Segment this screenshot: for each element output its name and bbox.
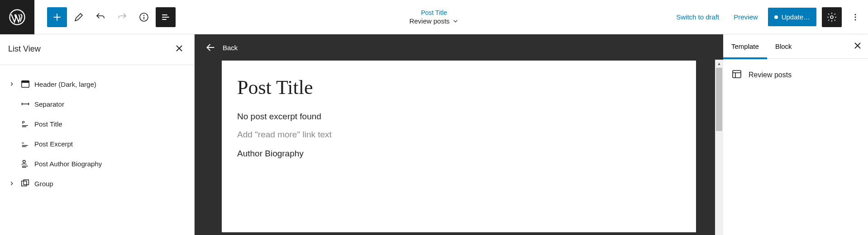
template-name-label: Review posts <box>409 17 449 25</box>
svg-point-2 <box>143 14 144 15</box>
group-block-icon <box>20 179 31 188</box>
inspector-panel: Template Block Review posts <box>723 34 868 235</box>
scroll-up-arrow-icon[interactable]: ▲ <box>715 60 723 68</box>
inspector-body: Review posts <box>723 59 868 91</box>
author-bio-block-icon <box>20 159 31 169</box>
undo-button[interactable] <box>91 7 110 27</box>
add-block-button[interactable] <box>47 7 67 27</box>
canvas-page[interactable]: Post Title No post excerpt found Add "re… <box>222 61 696 232</box>
svg-text:,,: ,, <box>22 139 24 144</box>
tree-item-separator[interactable]: Separator <box>4 94 191 114</box>
svg-text:P: P <box>22 120 25 125</box>
document-title-link[interactable]: Post Title <box>409 9 458 16</box>
close-icon <box>853 41 863 51</box>
chevron-right-icon[interactable] <box>7 81 16 87</box>
block-tree: Header (Dark, large) Separator P Post Ti… <box>0 65 194 202</box>
arrow-left-icon <box>205 42 216 53</box>
header-block-icon <box>20 79 31 89</box>
tree-item-header[interactable]: Header (Dark, large) <box>4 74 191 94</box>
unsaved-indicator-icon <box>774 15 778 19</box>
close-inspector-button[interactable] <box>851 39 864 54</box>
list-view-title: List View <box>8 44 41 54</box>
document-subtitle[interactable]: Review posts <box>409 17 458 25</box>
tree-item-label: Post Title <box>34 120 62 128</box>
tree-item-label: Header (Dark, large) <box>34 80 96 88</box>
switch-to-draft-button[interactable]: Switch to draft <box>672 9 724 24</box>
settings-button[interactable] <box>822 7 842 27</box>
vertical-scrollbar[interactable]: ▲ <box>715 60 723 235</box>
svg-point-5 <box>855 16 856 18</box>
tab-block[interactable]: Block <box>767 34 800 59</box>
redo-button[interactable] <box>112 7 132 27</box>
tab-template[interactable]: Template <box>723 34 767 59</box>
svg-point-6 <box>855 19 856 20</box>
update-button-label: Update… <box>782 13 810 21</box>
svg-rect-12 <box>22 181 27 186</box>
author-biography-block[interactable]: Author Biography <box>237 149 681 159</box>
chevron-down-icon <box>453 18 459 24</box>
document-title-area[interactable]: Post Title Review posts <box>409 9 458 25</box>
scrollbar-thumb[interactable] <box>716 68 722 131</box>
update-button[interactable]: Update… <box>768 8 816 26</box>
wordpress-logo[interactable] <box>0 0 34 34</box>
tree-item-group[interactable]: Group <box>4 174 191 193</box>
tree-item-label: Separator <box>34 100 64 108</box>
layout-icon <box>731 69 742 81</box>
tree-item-label: Group <box>34 180 53 188</box>
post-excerpt-block[interactable]: No post excerpt found <box>237 112 681 122</box>
post-title-block-icon: P <box>20 119 31 129</box>
separator-block-icon <box>20 99 31 109</box>
svg-point-4 <box>855 14 856 15</box>
tool-buttons-group <box>34 7 176 27</box>
tree-item-label: Post Excerpt <box>34 140 73 148</box>
svg-rect-13 <box>24 180 29 185</box>
list-view-panel: List View Header (Dark, large) Separator… <box>0 34 195 235</box>
svg-point-3 <box>830 16 833 19</box>
tree-item-author-bio[interactable]: Post Author Biography <box>4 154 191 174</box>
svg-point-11 <box>23 160 26 163</box>
template-info-row[interactable]: Review posts <box>731 69 860 81</box>
list-view-header: List View <box>0 34 194 65</box>
close-icon <box>174 43 184 53</box>
tree-item-post-excerpt[interactable]: ,, Post Excerpt <box>4 134 191 154</box>
chevron-right-icon[interactable] <box>7 180 16 187</box>
tree-item-label: Post Author Biography <box>34 160 102 168</box>
list-view-toggle-button[interactable] <box>156 7 176 27</box>
inspector-tabs: Template Block <box>723 34 868 59</box>
more-options-button[interactable] <box>847 5 863 30</box>
svg-rect-14 <box>733 70 741 78</box>
edit-tool-button[interactable] <box>69 7 89 27</box>
tree-item-post-title[interactable]: P Post Title <box>4 114 191 134</box>
close-list-view-button[interactable] <box>172 42 186 56</box>
back-label: Back <box>223 44 238 52</box>
preview-button[interactable]: Preview <box>729 9 762 24</box>
read-more-placeholder[interactable]: Add "read more" link text <box>237 130 681 140</box>
editor-toolbar: Post Title Review posts Switch to draft … <box>0 0 868 34</box>
post-title-block[interactable]: Post Title <box>237 76 681 99</box>
post-excerpt-block-icon: ,, <box>20 139 31 149</box>
details-button[interactable] <box>134 7 154 27</box>
editor-canvas: Back Post Title No post excerpt found Ad… <box>195 34 723 235</box>
editor-body: List View Header (Dark, large) Separator… <box>0 34 868 235</box>
toolbar-right: Switch to draft Preview Update… <box>672 5 868 30</box>
template-back-bar[interactable]: Back <box>195 34 723 61</box>
template-name: Review posts <box>749 71 792 79</box>
svg-rect-8 <box>22 81 29 83</box>
